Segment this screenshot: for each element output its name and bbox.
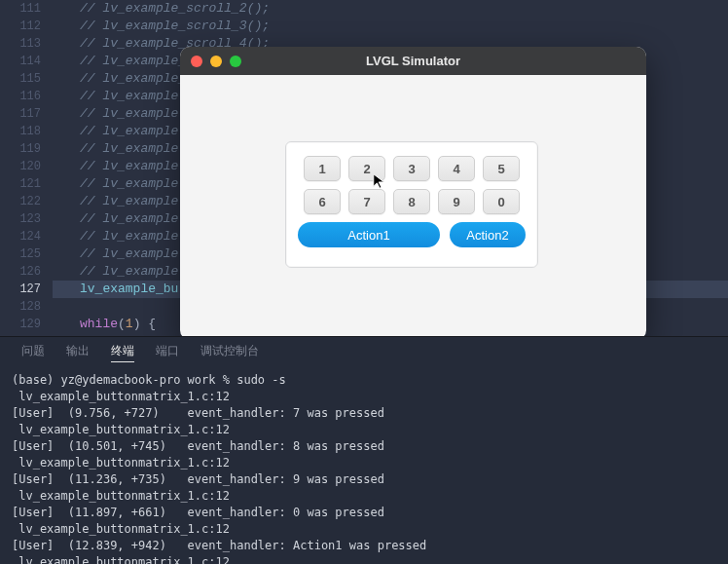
line-number: 127 (0, 281, 51, 298)
editor-gutter: 1111121131141151161171181191201211221231… (0, 0, 51, 336)
action1-button[interactable]: Action1 (298, 222, 440, 247)
key-0[interactable]: 0 (483, 189, 520, 214)
key-1[interactable]: 1 (304, 156, 341, 181)
window-title: LVGL Simulator (180, 54, 646, 68)
line-number: 116 (0, 88, 51, 105)
key-4[interactable]: 4 (438, 156, 475, 181)
tab-debug-console[interactable]: 调试控制台 (200, 341, 259, 362)
line-number: 112 (0, 18, 51, 35)
key-5[interactable]: 5 (483, 156, 520, 181)
line-number: 126 (0, 263, 51, 281)
tab-terminal[interactable]: 终端 (111, 341, 134, 362)
key-7[interactable]: 7 (348, 189, 385, 214)
line-number: 119 (0, 140, 51, 158)
line-number: 117 (0, 105, 51, 123)
action2-button[interactable]: Action2 (450, 222, 526, 247)
tab-output[interactable]: 输出 (66, 341, 90, 362)
key-9[interactable]: 9 (438, 189, 475, 214)
panel-tabs: 问题 输出 终端 端口 调试控制台 (0, 337, 728, 368)
simulator-window: LVGL Simulator 12345 67890 Action1 Actio… (180, 47, 646, 340)
key-6[interactable]: 6 (304, 189, 341, 214)
line-number: 113 (0, 35, 51, 53)
line-number: 118 (0, 123, 51, 140)
tab-ports[interactable]: 端口 (156, 341, 179, 362)
button-matrix-panel: 12345 67890 Action1 Action2 (285, 141, 538, 268)
terminal-output[interactable]: (base) yz@ydemacbook-pro work % sudo -s … (0, 368, 728, 564)
line-number: 114 (0, 53, 51, 70)
line-number: 123 (0, 210, 51, 228)
key-3[interactable]: 3 (393, 156, 430, 181)
key-row-2: 67890 (298, 189, 526, 214)
key-row-1: 12345 (298, 156, 526, 181)
code-line[interactable]: // lv_example_scroll_3(); (53, 18, 728, 35)
window-titlebar[interactable]: LVGL Simulator (180, 47, 646, 75)
action-row: Action1 Action2 (298, 222, 526, 247)
line-number: 122 (0, 193, 51, 210)
line-number: 124 (0, 228, 51, 245)
panel-container: 问题 输出 终端 端口 调试控制台 (base) yz@ydemacbook-p… (0, 336, 728, 564)
code-line[interactable]: // lv_example_scroll_2(); (53, 0, 728, 18)
tab-problems[interactable]: 问题 (21, 341, 45, 362)
line-number: 125 (0, 245, 51, 263)
key-8[interactable]: 8 (393, 189, 430, 214)
key-2[interactable]: 2 (348, 156, 385, 181)
line-number: 121 (0, 175, 51, 193)
line-number: 115 (0, 70, 51, 88)
line-number: 111 (0, 0, 51, 18)
line-number: 129 (0, 316, 51, 333)
line-number: 128 (0, 298, 51, 316)
line-number: 120 (0, 158, 51, 175)
